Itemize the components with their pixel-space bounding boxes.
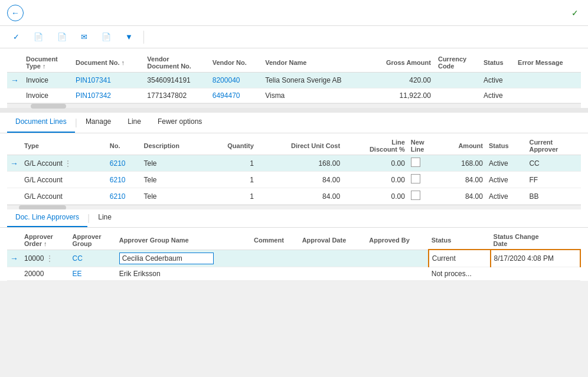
- row-vendor-name: Telia Sonera Sverige AB: [262, 73, 368, 88]
- approvers-table: ApproverOrder ↑ ApproverGroup Approver G…: [7, 231, 581, 281]
- col-gross-amount: Gross Amount: [368, 53, 435, 73]
- col-dl-amount: Amount: [438, 137, 486, 155]
- dl-amount: 84.00: [438, 172, 486, 188]
- toolbar: ✓ 📄 📄 ✉ 📄 ▼: [0, 26, 588, 48]
- col-dl-type: Type: [21, 137, 107, 155]
- col-dl-direct-unit-cost: Direct Unit Cost: [257, 137, 343, 155]
- dl-arrow: →: [7, 155, 21, 172]
- row-vendor-doc-no: 35460914191: [143, 73, 208, 88]
- ap-group-name: Erik Eriksson: [116, 267, 251, 280]
- col-ap-arrow: [7, 231, 21, 250]
- ap-comment: [251, 267, 299, 280]
- col-vendor-no: Vendor No.: [209, 53, 262, 73]
- ap-group: EE: [70, 267, 116, 280]
- dl-amount: 168.00: [438, 155, 486, 172]
- main-table-row[interactable]: → Invoice PIN107341 35460914191 8200040 …: [7, 73, 581, 88]
- dl-arrow: [7, 172, 21, 188]
- dl-description: Tele: [141, 188, 206, 205]
- dl-direct-unit-cost: 84.00: [257, 172, 343, 188]
- show-document-button[interactable]: 📄: [96, 30, 119, 44]
- ap-group: CC: [70, 250, 116, 267]
- row-gross-amount: 11,922.00: [368, 88, 435, 103]
- dl-new-line: [408, 155, 438, 172]
- back-button[interactable]: ←: [7, 5, 24, 21]
- col-error-message: Error Message: [514, 53, 581, 73]
- dl-current-approver: CC: [526, 155, 581, 172]
- filter-icon: ▼: [125, 32, 133, 41]
- tab-line[interactable]: Line: [119, 113, 149, 133]
- row-vendor-doc-no: 1771347802: [143, 88, 208, 103]
- row-arrow: →: [7, 73, 22, 88]
- tab-doc-line-approvers[interactable]: Doc. Line Approvers: [7, 209, 87, 227]
- approver-row[interactable]: → 10000 ⋮ CC Current 8/17/2020 4:08 PM: [7, 250, 580, 267]
- col-vendor-doc-no: VendorDocument No.: [143, 53, 208, 73]
- row-gross-amount: 420.00: [368, 73, 435, 88]
- doc-line-row[interactable]: G/L Account 6210 Tele 1 84.00 0.00 84.00…: [7, 188, 581, 205]
- dl-type: G/L Account: [21, 188, 107, 205]
- card-button[interactable]: 📄: [51, 30, 75, 44]
- send-reminder-button[interactable]: ✉: [75, 30, 96, 44]
- dl-line-discount: 0.00: [343, 172, 408, 188]
- dl-line-discount: 0.00: [343, 188, 408, 205]
- col-status: Status: [480, 53, 514, 73]
- new-line-checkbox[interactable]: [411, 191, 420, 200]
- row-arrow: [7, 88, 22, 103]
- tab-document-lines[interactable]: Document Lines: [7, 113, 75, 133]
- main-table-row[interactable]: Invoice PIN107342 1771347802 6494470 Vis…: [7, 88, 581, 103]
- filter-on-approver-button[interactable]: ▼: [119, 30, 141, 44]
- doc-lines-table: Type No. Description Quantity Direct Uni…: [7, 137, 581, 205]
- ap-group-name: [116, 250, 251, 267]
- col-ap-status: Status: [429, 231, 491, 250]
- col-currency-code: CurrencyCode: [435, 53, 480, 73]
- actions-button[interactable]: [146, 35, 158, 40]
- tab-fewer-options[interactable]: Fewer options: [149, 113, 210, 133]
- saved-label: ✓: [571, 8, 581, 18]
- post-batch-button[interactable]: 📄: [28, 30, 51, 44]
- row-doc-no: PIN107342: [72, 88, 143, 103]
- doc-line-row[interactable]: → G/L Account ⋮ 6210 Tele 1 168.00 0.00 …: [7, 155, 581, 172]
- dl-quantity: 1: [206, 155, 257, 172]
- ap-status: Not proces...: [429, 267, 491, 280]
- ap-arrow: [7, 267, 21, 280]
- row-doc-type: Invoice: [22, 88, 72, 103]
- navigate-button[interactable]: [158, 35, 170, 40]
- col-vendor-name: Vendor Name: [262, 53, 368, 73]
- tab-manage[interactable]: Manage: [77, 113, 119, 133]
- dl-quantity: 1: [206, 172, 257, 188]
- col-dl-current-approver: CurrentApprover: [526, 137, 581, 155]
- dl-line-discount: 0.00: [343, 155, 408, 172]
- show-document-icon: 📄: [102, 32, 111, 41]
- main-table-scrollbar[interactable]: [7, 103, 581, 108]
- col-dl-new-line: NewLine: [408, 137, 438, 155]
- col-ap-order: ApproverOrder ↑: [21, 231, 70, 250]
- dl-quantity: 1: [206, 188, 257, 205]
- col-ap-approved-by: Approved By: [366, 231, 428, 250]
- tab-approver-line[interactable]: Line: [90, 209, 120, 227]
- verify-changes-button[interactable]: ✓: [7, 30, 28, 44]
- dl-type: G/L Account: [21, 172, 107, 188]
- ap-order: 20000: [21, 267, 70, 280]
- new-line-checkbox[interactable]: [411, 158, 420, 167]
- dl-current-approver: FF: [526, 172, 581, 188]
- row-currency-code: [435, 73, 480, 88]
- approvers-section: ApproverOrder ↑ ApproverGroup Approver G…: [0, 228, 588, 281]
- col-dl-description: Description: [141, 137, 206, 155]
- col-arrow: [7, 53, 22, 73]
- dl-no: 6210: [107, 172, 141, 188]
- doc-lines-header: Type No. Description Quantity Direct Uni…: [7, 137, 581, 155]
- new-line-checkbox[interactable]: [411, 174, 420, 183]
- fewer-options-button[interactable]: [170, 35, 182, 40]
- post-batch-icon: 📄: [34, 32, 43, 41]
- ap-approval-date: [299, 250, 367, 267]
- dl-new-line: [408, 172, 438, 188]
- ap-status-change-date: 8/17/2020 4:08 PM: [491, 250, 580, 267]
- dl-status: Active: [486, 172, 526, 188]
- approver-group-name-input[interactable]: [119, 253, 214, 264]
- approver-row[interactable]: 20000 EE Erik Eriksson Not proces...: [7, 267, 580, 280]
- doc-line-row[interactable]: G/L Account 6210 Tele 1 84.00 0.00 84.00…: [7, 172, 581, 188]
- doc-lines-scrollbar[interactable]: [7, 205, 581, 209]
- main-table: DocumentType ↑ Document No. ↑ VendorDocu…: [7, 53, 581, 103]
- col-ap-status-change-date: Status ChangeDate: [491, 231, 580, 250]
- dl-direct-unit-cost: 84.00: [257, 188, 343, 205]
- col-dl-line-discount: LineDiscount %: [343, 137, 408, 155]
